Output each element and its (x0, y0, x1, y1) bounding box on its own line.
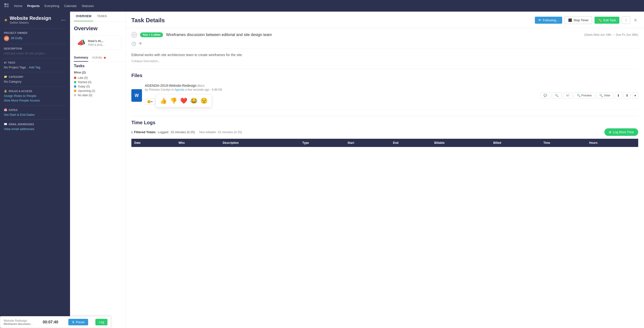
add-tag-link[interactable]: Add Tag (29, 66, 40, 69)
view-email-link[interactable]: View email addresses (4, 127, 66, 131)
file-search-icon[interactable]: 🔍 (552, 92, 562, 99)
nav-home[interactable]: Home (14, 4, 22, 8)
content-area: OVERVIEW TASKS Overview 📣 How's th... Ad… (70, 12, 644, 328)
time-logs-section: Time Logs ℹ Filtered Totals: Logged: 15 … (126, 120, 644, 151)
file-download-button[interactable]: ⬇ (615, 92, 622, 99)
more-options-button[interactable]: ⋮ (622, 17, 630, 24)
tab-activity[interactable]: Activity (92, 54, 106, 62)
file-tag-icon[interactable]: 🏷 (563, 92, 572, 99)
sidebar: ★ Website Redesign Selfish Matters ⟵ Pro… (0, 12, 70, 328)
overview-title: Overview (70, 22, 125, 36)
col-end: End (390, 139, 431, 147)
project-star[interactable]: ★ (4, 18, 8, 23)
task-dot-started (74, 81, 76, 83)
nav-calendar[interactable]: Calendar (64, 4, 77, 8)
emoji-laugh[interactable]: 😂 (190, 97, 198, 104)
comment-icon: 💬 (544, 94, 547, 97)
task-item-nodate[interactable]: No date (0) (74, 94, 122, 97)
task-dates: (Starts Wed Jun 19th → Due Fri Jun 28th) (584, 33, 638, 37)
log-more-time-button[interactable]: ⊕ Log More Time (604, 128, 638, 136)
collapse-description-link[interactable]: Collapse Description... (131, 60, 638, 63)
file-location-link[interactable]: Agenda (174, 88, 184, 91)
set-dates-link[interactable]: Set Start & End Dates (4, 113, 66, 117)
task-eye-icon[interactable]: 👁 (138, 42, 142, 46)
tab-overview[interactable]: OVERVIEW (74, 12, 93, 21)
task-dot-upcoming (74, 90, 76, 92)
timer-time: 00:07:40 (43, 320, 58, 324)
nav-statuses[interactable]: Statuses (82, 4, 94, 8)
tab-summary[interactable]: Summary (74, 54, 88, 62)
nav-projects[interactable]: Projects (27, 4, 40, 8)
top-nav: Home Projects Everything Calendar Status… (0, 0, 644, 12)
timer-info: Website Redesign Wireframes discussion..… (4, 319, 32, 325)
task-item-upcoming[interactable]: Upcoming (2) (74, 89, 122, 93)
file-comment-icon[interactable]: 💬 (540, 92, 550, 99)
pause-button[interactable]: ⏸ Pause (68, 319, 88, 325)
following-button[interactable]: 👁 Following... (535, 17, 562, 24)
time-logs-table: Date Who Description Type Start End Bill… (131, 139, 638, 147)
roles-label: 🔒 Roles & Access (4, 89, 66, 93)
timer-task: Wireframes discussion... (4, 322, 32, 325)
col-hours: Hours (586, 139, 638, 147)
task-item-started[interactable]: Started (0) (74, 81, 122, 84)
overview-card-title: How's th... (88, 39, 105, 43)
time-logs-header: ℹ Filtered Totals: Logged: 15 minutes (0… (131, 128, 638, 136)
tags-label: 🏷 Tags (4, 61, 66, 64)
category-label: 📁 Category (4, 75, 66, 78)
file-actions: 💬 🔍 🏷 🔍 Preview 🔍 (540, 92, 638, 99)
tab-tasks[interactable]: TASKS (95, 12, 109, 21)
emoji-thumbsdown[interactable]: 👎 (170, 97, 177, 104)
file-more-button[interactable]: ▾ (632, 92, 638, 99)
emoji-sad[interactable]: 😟 (200, 97, 208, 104)
svg-rect-1 (7, 4, 9, 5)
project-owner-value: JD Jill Duffy (4, 36, 66, 41)
file-icon: W (131, 89, 142, 102)
task-item-today[interactable]: Today (0) (74, 85, 122, 88)
col-description: Description (220, 139, 300, 147)
task-clock-icon[interactable]: 🕐 (131, 42, 136, 46)
task-dot-nodate (74, 94, 76, 96)
file-view-button[interactable]: 🔍 View (596, 92, 613, 99)
project-owner-label: Project Owner (4, 32, 66, 34)
files-section: Files W AGENDA-2019-Website-Redesign.doc… (126, 73, 644, 114)
file-preview-button[interactable]: 🔍 Preview (574, 92, 595, 99)
task-dot-late (74, 77, 76, 79)
preview-search-icon: 🔍 (577, 94, 580, 97)
task-assignee-row: You + 1 other Wireframes discussion betw… (126, 28, 644, 42)
emoji-thumbsup[interactable]: 👍 (160, 97, 167, 104)
eye-icon: 👁 (538, 18, 542, 22)
activity-dot (104, 57, 106, 59)
task-item-late[interactable]: Late (0) (74, 76, 122, 80)
task-detail-header: Task Details 👁 Following... ⬛ Stop Timer… (126, 12, 644, 28)
col-start: Start (344, 139, 390, 147)
log-timer-button[interactable]: Log (96, 319, 108, 325)
timer-bar: Website Redesign Wireframes discussion..… (0, 316, 111, 328)
assignee-badge[interactable]: You + 1 other (140, 32, 163, 37)
email-label: ✉️ Email Addresses (4, 123, 66, 126)
time-logs-title: Time Logs (131, 120, 638, 125)
nav-everything[interactable]: Everything (44, 4, 59, 8)
emoji-heart[interactable]: ❤️ (180, 97, 188, 104)
owner-name-link[interactable]: Jill Duffy (10, 36, 22, 40)
task-name: Wireframes discussion between editorial … (166, 33, 581, 37)
edit-task-button[interactable]: ✏️ Edit Task (594, 17, 619, 24)
files-section-divider (131, 69, 638, 69)
task-completion-check[interactable] (131, 32, 137, 38)
magnify-icon: 🔍 (555, 94, 558, 97)
dates-label: 📅 Dates (4, 108, 66, 111)
file-upload-button[interactable]: ⬆ (624, 92, 631, 99)
project-tabs: OVERVIEW TASKS (70, 12, 125, 22)
assign-roles-link[interactable]: Assign Roles to People (4, 94, 66, 98)
task-label-nodate: No date (0) (78, 94, 92, 97)
time-logs-divider (131, 116, 638, 116)
give-access-link[interactable]: Give More People Access (4, 99, 66, 102)
tags-value: No Project Tags Add Tag (4, 66, 66, 69)
file-name: AGENDA-2019-Website-Redesign.docx (145, 84, 538, 88)
col-type: Type (300, 139, 344, 147)
add-emoji-button[interactable]: 😊+ (145, 99, 155, 105)
stop-timer-button[interactable]: ⬛ Stop Timer (564, 17, 592, 24)
project-name: Website Redesign (10, 16, 51, 21)
sidebar-collapse-btn[interactable]: ⟵ (61, 18, 66, 22)
close-button[interactable]: ✕ (633, 17, 638, 24)
emoji-picker: 👍 👎 ❤️ 😂 😟 (156, 94, 212, 107)
